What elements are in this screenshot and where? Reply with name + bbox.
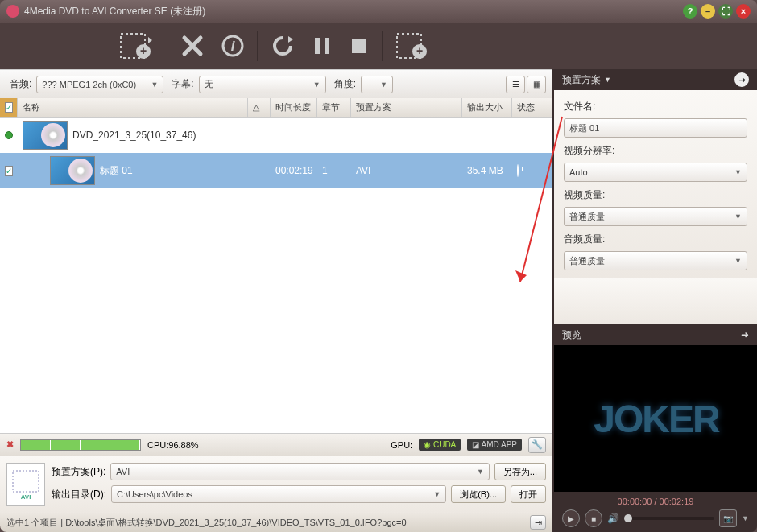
svg-text:i: i [231, 39, 236, 54]
svg-text:+: + [416, 44, 423, 57]
maximize-button[interactable]: ⛶ [718, 4, 733, 19]
cancel-progress-button[interactable]: ✖ [6, 439, 14, 450]
col-chapter[interactable]: 章节 [317, 98, 351, 117]
svg-rect-11 [13, 471, 39, 492]
filename-label: 文件名: [564, 100, 747, 113]
dvd-thumb-icon [23, 121, 68, 150]
col-duration[interactable]: 时间长度 [271, 98, 317, 117]
audio-combo[interactable]: ??? MPEG1 2ch (0xC0)▼ [36, 76, 163, 93]
row-indicator-icon [5, 131, 13, 139]
volume-icon[interactable]: 🔊 [607, 513, 619, 524]
table-row[interactable]: ✓ 标题 01 00:02:19 1 AVI 35.4 MB [0, 153, 552, 188]
view-list-button[interactable]: ☰ [506, 76, 525, 93]
status-bar: 选中1 个项目 | D:\tools\桌面\格式转换\DVD_2021_3_25… [0, 513, 552, 532]
resolution-combo[interactable]: Auto▼ [564, 163, 747, 182]
profile-combo[interactable]: AVI▼ [110, 463, 489, 480]
svg-text:+: + [140, 44, 147, 57]
gpu-label: GPU: [391, 440, 412, 450]
row-chapter: 1 [317, 165, 351, 176]
app-logo-icon [6, 5, 19, 18]
row-name: 标题 01 [100, 164, 133, 178]
angle-label: 角度: [334, 77, 356, 91]
outdir-combo[interactable]: C:\Users\pc\Videos▼ [111, 485, 446, 503]
col-check[interactable]: ✓ [0, 98, 18, 117]
open-button[interactable]: 打开 [511, 485, 546, 503]
audio-quality-combo[interactable]: 普通质量▼ [564, 251, 747, 270]
svg-rect-6 [325, 38, 329, 54]
play-button[interactable]: ▶ [562, 509, 580, 527]
svg-rect-5 [315, 38, 320, 54]
outdir-field-label: 输出目录(D): [52, 488, 106, 501]
preview-poster: JOKER [594, 397, 718, 441]
row-checkbox[interactable]: ✓ [5, 166, 13, 176]
subtitle-label: 字幕: [172, 77, 193, 91]
browse-button[interactable]: 浏览(B)... [451, 485, 506, 503]
col-profile[interactable]: 预置方案 [351, 98, 462, 117]
row-size: 35.4 MB [462, 165, 512, 176]
profile-field-label: 预置方案(P): [52, 465, 105, 479]
table-row[interactable]: DVD_2021_3_25(10_37_46) [0, 118, 552, 153]
delete-button[interactable] [176, 29, 209, 63]
progress-bar-area: ✖ CPU:96.88% GPU: ◉ CUDA ◪ AMD APP 🔧 [0, 433, 552, 456]
col-sort[interactable]: △ [248, 98, 271, 117]
file-list: DVD_2021_3_25(10_37_46) ✓ 标题 01 00:02:19… [0, 118, 552, 433]
settings-wrench-button[interactable]: 🔧 [528, 437, 546, 453]
table-header: ✓ 名称 △ 时间长度 章节 预置方案 输出大小 状态 [0, 98, 552, 118]
main-pane: 音频: ??? MPEG1 2ch (0xC0)▼ 字幕: 无▼ 角度: ▼ ☰… [0, 69, 552, 532]
collapse-settings-icon[interactable]: ➜ [734, 72, 749, 87]
settings-panel-header[interactable]: 预置方案▼ ➜ [554, 69, 757, 90]
collapse-preview-icon[interactable]: ➜ [741, 329, 749, 340]
title-thumb-icon [50, 156, 95, 185]
info-button[interactable]: i [217, 29, 249, 63]
stop-preview-button[interactable]: ■ [585, 509, 602, 527]
cpu-label: CPU:96.88% [147, 440, 199, 450]
close-button[interactable]: × [736, 4, 751, 19]
preview-time: 00:00:00 / 00:02:19 [562, 497, 749, 506]
clock-icon [517, 164, 519, 177]
col-status[interactable]: 状态 [512, 98, 552, 117]
video-quality-label: 视频质量: [564, 188, 747, 202]
preview-panel-header[interactable]: 预览 ➜ [554, 324, 757, 345]
seek-slider[interactable] [624, 517, 714, 520]
status-text: 选中1 个项目 | D:\tools\桌面\格式转换\DVD_2021_3_25… [6, 517, 407, 529]
filter-bar: 音频: ??? MPEG1 2ch (0xC0)▼ 字幕: 无▼ 角度: ▼ ☰… [0, 69, 552, 98]
col-size[interactable]: 输出大小 [462, 98, 512, 117]
app-window: 4Media DVD to AVI Converter SE (未注册) ? –… [0, 0, 757, 532]
add-clip-button[interactable]: + [391, 29, 436, 63]
video-quality-combo[interactable]: 普通质量▼ [564, 207, 747, 226]
angle-combo[interactable]: ▼ [361, 76, 393, 93]
filename-input[interactable]: 标题 01 [564, 118, 747, 138]
subtitle-combo[interactable]: 无▼ [199, 76, 326, 93]
pause-button[interactable] [308, 29, 337, 63]
snapshot-button[interactable]: 📷 [719, 509, 737, 527]
output-format-icon: AVI [6, 463, 45, 506]
audio-label: 音频: [10, 77, 31, 91]
cuda-badge[interactable]: ◉ CUDA [419, 439, 461, 451]
cpu-meter [20, 439, 141, 451]
amd-badge[interactable]: ◪ AMD APP [467, 439, 522, 451]
view-grid-button[interactable]: ▦ [527, 76, 546, 93]
resolution-label: 视频分辨率: [564, 144, 747, 158]
help-button[interactable]: ? [683, 4, 697, 19]
minimize-button[interactable]: – [701, 4, 715, 19]
convert-button[interactable] [266, 29, 300, 63]
right-pane: 预置方案▼ ➜ 文件名: 标题 01 视频分辨率: Auto▼ 视频质量: 普通… [552, 69, 757, 532]
main-toolbar: + i + [0, 23, 757, 69]
status-scroll-button[interactable]: ⇥ [530, 515, 546, 530]
save-as-button[interactable]: 另存为... [494, 463, 546, 480]
row-profile: AVI [351, 165, 462, 176]
preview-viewport[interactable]: JOKER [554, 345, 757, 492]
row-duration: 00:02:19 [271, 165, 317, 176]
row-name: DVD_2021_3_25(10_37_46) [72, 130, 196, 141]
settings-panel: 文件名: 标题 01 视频分辨率: Auto▼ 视频质量: 普通质量▼ 音频质量… [554, 90, 757, 278]
audio-quality-label: 音频质量: [564, 233, 747, 246]
svg-rect-7 [352, 39, 366, 53]
preview-controls: 00:00:00 / 00:02:19 ▶ ■ 🔊 📷 ▼ [554, 492, 757, 532]
col-name[interactable]: 名称 [18, 98, 248, 117]
window-title: 4Media DVD to AVI Converter SE (未注册) [24, 5, 205, 19]
snapshot-menu-icon[interactable]: ▼ [742, 514, 749, 522]
stop-button[interactable] [345, 29, 374, 63]
add-file-button[interactable]: + [114, 29, 159, 63]
output-area: AVI 预置方案(P): AVI▼ 另存为... 输出目录(D): C:\Use… [0, 456, 552, 513]
titlebar: 4Media DVD to AVI Converter SE (未注册) ? –… [0, 0, 757, 23]
